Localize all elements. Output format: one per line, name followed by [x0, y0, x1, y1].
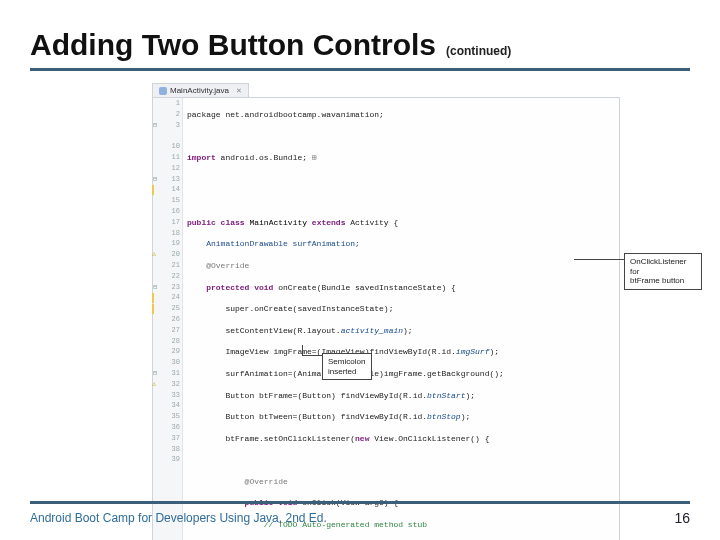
line-gutter: 1 2 3 10 11 12 13 14 15 16 17 18 19 20 2… — [153, 98, 183, 540]
page-number: 16 — [674, 510, 690, 526]
editor-tab-mainactivity: MainActivity.java ✕ — [152, 83, 249, 97]
title-row: Adding Two Button Controls (continued) — [30, 28, 690, 71]
code-source: package net.androidbootcamp.wavanimation… — [183, 98, 619, 540]
callout-line-2 — [302, 345, 303, 355]
callout-onclicklistener: OnClickListener for btFrame button — [624, 253, 702, 290]
editor-tabbar: MainActivity.java ✕ — [152, 83, 620, 97]
continued-label: (continued) — [446, 44, 511, 58]
footer-book-title: Android Boot Camp for Developers Using J… — [30, 511, 327, 525]
figure-area: MainActivity.java ✕ 1 2 3 10 11 12 13 14… — [152, 83, 620, 540]
slide-title: Adding Two Button Controls — [30, 28, 436, 62]
code-editor: 1 2 3 10 11 12 13 14 15 16 17 18 19 20 2… — [152, 97, 620, 540]
tab-filename: MainActivity.java — [170, 86, 229, 95]
java-file-icon — [159, 87, 167, 95]
callout-line-3 — [302, 355, 322, 356]
close-icon: ✕ — [236, 87, 242, 95]
footer: Android Boot Camp for Developers Using J… — [30, 501, 690, 526]
callout-line-1 — [574, 259, 624, 260]
callout-semicolon: Semicolon inserted — [322, 353, 372, 380]
